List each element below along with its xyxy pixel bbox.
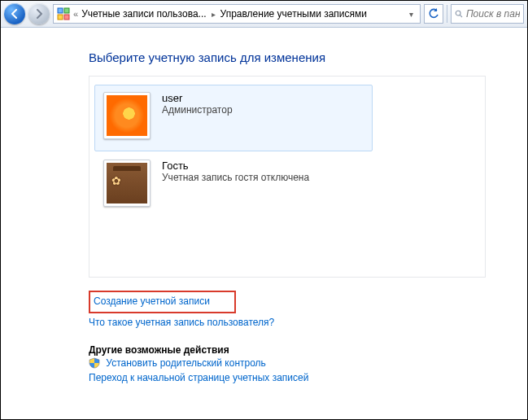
toolbar-divider (447, 5, 447, 23)
breadcrumb-segment-2[interactable]: Управление учетными записями (220, 8, 367, 20)
accounts-panel: user Администратор Гость Учетная запись … (89, 76, 486, 278)
account-picture (103, 92, 151, 139)
breadcrumb-segment-1[interactable]: Учетные записи пользова... (81, 8, 206, 20)
account-picture (103, 160, 151, 207)
svg-rect-2 (58, 15, 63, 20)
control-panel-icon (57, 7, 70, 20)
svg-line-5 (460, 15, 462, 17)
account-name: user (162, 92, 233, 104)
refresh-button[interactable] (424, 4, 443, 24)
link-accounts-home[interactable]: Переход к начальной странице учетных зап… (89, 370, 308, 385)
other-actions-heading: Другие возможные действия (89, 344, 508, 356)
account-item-guest[interactable]: Гость Учетная запись гостя отключена (95, 155, 372, 218)
search-input[interactable] (466, 8, 520, 20)
svg-rect-3 (64, 15, 69, 20)
link-what-is-account[interactable]: Что такое учетная запись пользователя? (89, 315, 274, 330)
breadcrumb-dropdown-icon[interactable]: ▾ (406, 10, 417, 19)
forward-button[interactable] (28, 3, 50, 24)
breadcrumb-separator-icon[interactable]: ▸ (210, 10, 217, 19)
page-title: Выберите учетную запись для изменения (89, 50, 508, 64)
svg-point-4 (456, 11, 460, 15)
link-parental-controls[interactable]: Установить родительский контроль (106, 356, 266, 370)
svg-rect-0 (58, 8, 63, 13)
account-status: Учетная запись гостя отключена (162, 172, 309, 183)
search-box[interactable] (451, 4, 524, 24)
account-role: Администратор (162, 104, 233, 116)
account-item-user[interactable]: user Администратор (94, 85, 373, 151)
breadcrumb-overflow-icon[interactable]: « (73, 9, 78, 19)
uac-shield-icon (89, 357, 100, 369)
address-bar[interactable]: « Учетные записи пользова... ▸ Управлени… (53, 4, 421, 24)
svg-rect-1 (64, 8, 69, 13)
explorer-topbar: « Учетные записи пользова... ▸ Управлени… (1, 1, 527, 28)
highlight-annotation: Создание учетной записи (89, 291, 236, 313)
link-create-account[interactable]: Создание учетной записи (94, 294, 210, 308)
search-icon (455, 9, 463, 19)
back-button[interactable] (4, 3, 25, 24)
account-name: Гость (162, 160, 309, 172)
